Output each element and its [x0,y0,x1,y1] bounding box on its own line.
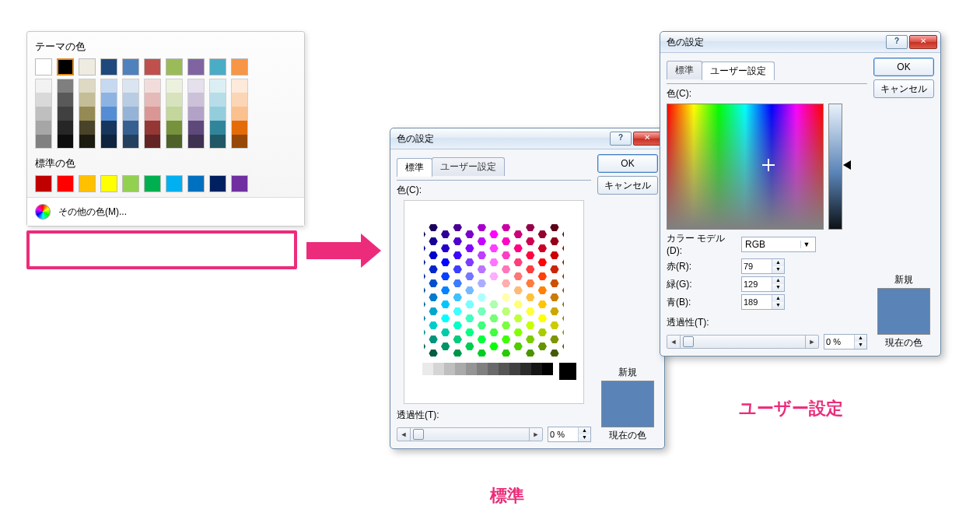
tint-swatch[interactable] [209,121,226,135]
tint-swatch[interactable] [79,93,96,107]
theme-swatch[interactable] [187,58,205,76]
gray-swatch[interactable] [477,363,488,375]
theme-swatch[interactable] [57,58,74,76]
tint-swatch[interactable] [187,79,205,93]
tab-standard[interactable]: 標準 [667,61,702,79]
slider-right-icon[interactable]: ► [529,428,542,441]
gray-swatch[interactable] [559,363,576,380]
theme-swatch[interactable] [166,58,183,76]
tint-swatch[interactable] [166,93,183,107]
gray-swatch[interactable] [509,363,520,375]
tint-swatch[interactable] [231,93,248,107]
tint-swatch[interactable] [35,121,52,135]
tint-swatch[interactable] [57,121,74,135]
tint-swatch[interactable] [57,107,74,121]
tint-swatch[interactable] [79,107,96,121]
tint-swatch[interactable] [100,107,117,121]
slider-right-icon[interactable]: ► [805,336,818,348]
color-model-select[interactable]: RGB ▼ [741,237,816,252]
help-button[interactable]: ? [886,35,908,49]
transparency-input[interactable] [824,335,854,349]
standard-swatch[interactable] [57,175,74,192]
gray-swatch[interactable] [520,363,531,375]
transparency-slider[interactable]: ◄ ► [397,427,543,441]
spin-up-icon[interactable]: ▲ [772,259,784,266]
theme-swatch[interactable] [100,58,117,76]
standard-swatch[interactable] [100,175,117,192]
spin-up-icon[interactable]: ▲ [855,335,866,342]
ok-button[interactable]: OK [597,154,658,173]
standard-swatch[interactable] [231,175,248,192]
gray-swatch[interactable] [411,363,422,375]
gray-swatch[interactable] [531,363,542,375]
theme-swatch[interactable] [122,58,139,76]
gray-swatch[interactable] [422,363,433,375]
tint-swatch[interactable] [231,121,248,135]
gray-swatch[interactable] [455,363,466,375]
gray-swatch[interactable] [542,363,553,375]
cancel-button[interactable]: キャンセル [597,176,658,195]
ok-button[interactable]: OK [873,58,934,76]
tint-swatch[interactable] [166,107,183,121]
tint-swatch[interactable] [35,107,52,121]
tint-swatch[interactable] [166,135,183,149]
more-colors-item[interactable]: その他の色(M)... [27,197,304,226]
tint-swatch[interactable] [122,135,139,149]
tint-swatch[interactable] [35,93,52,107]
tint-swatch[interactable] [100,121,117,135]
tint-swatch[interactable] [57,135,74,149]
slider-thumb[interactable] [413,429,424,440]
help-button[interactable]: ? [610,132,632,146]
tint-swatch[interactable] [231,79,248,93]
tint-swatch[interactable] [144,121,161,135]
tint-swatch[interactable] [57,79,74,93]
tab-custom[interactable]: ユーザー設定 [702,61,775,80]
transparency-input[interactable] [548,427,578,441]
green-input[interactable] [742,277,772,291]
red-input[interactable] [742,259,772,273]
hex-color-picker[interactable] [404,200,584,404]
tint-swatch[interactable] [144,107,161,121]
tint-swatch[interactable] [209,135,226,149]
tab-standard[interactable]: 標準 [397,158,432,177]
tint-swatch[interactable] [144,135,161,149]
standard-swatch[interactable] [187,175,205,192]
slider-left-icon[interactable]: ◄ [397,428,411,441]
theme-swatch[interactable] [231,58,248,76]
tint-swatch[interactable] [166,79,183,93]
tab-custom[interactable]: ユーザー設定 [432,157,505,176]
tint-swatch[interactable] [100,93,117,107]
spin-down-icon[interactable]: ▼ [772,302,784,309]
tint-swatch[interactable] [166,121,183,135]
luminance-slider[interactable] [828,104,842,230]
tint-swatch[interactable] [79,135,96,149]
spin-down-icon[interactable]: ▼ [772,266,784,273]
close-button[interactable]: ✕ [909,35,937,49]
tint-swatch[interactable] [122,121,139,135]
standard-swatch[interactable] [209,175,226,192]
grayscale-row[interactable] [411,363,576,380]
standard-swatch[interactable] [144,175,161,192]
gray-swatch[interactable] [466,363,477,375]
gray-swatch[interactable] [499,363,509,375]
tint-swatch[interactable] [187,121,205,135]
tint-swatch[interactable] [79,79,96,93]
theme-swatch[interactable] [144,58,161,76]
luminance-pointer-icon[interactable] [843,160,851,170]
transparency-spinner[interactable]: ▲▼ [548,427,591,442]
tint-swatch[interactable] [231,135,248,149]
standard-swatch[interactable] [122,175,139,192]
slider-thumb[interactable] [683,336,694,347]
theme-swatch[interactable] [79,58,96,76]
spin-up-icon[interactable]: ▲ [579,427,590,434]
tint-swatch[interactable] [122,79,139,93]
spin-up-icon[interactable]: ▲ [772,295,784,302]
tint-swatch[interactable] [35,79,52,93]
tint-swatch[interactable] [100,79,117,93]
spin-down-icon[interactable]: ▼ [579,434,590,441]
close-button[interactable]: ✕ [633,132,661,146]
tint-swatch[interactable] [35,135,52,149]
slider-left-icon[interactable]: ◄ [667,336,681,348]
tint-swatch[interactable] [144,79,161,93]
standard-swatch[interactable] [79,175,96,192]
